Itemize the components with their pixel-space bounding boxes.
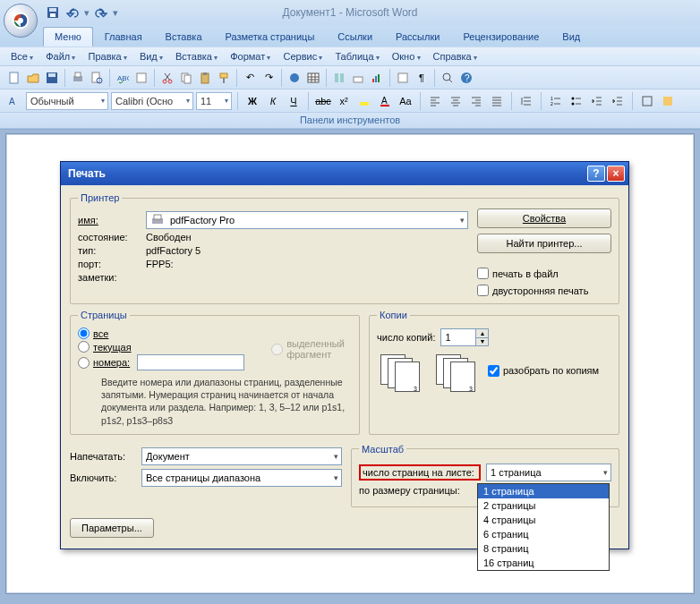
include-combo[interactable]: Все страницы диапазона bbox=[141, 469, 342, 487]
dialog-close-button[interactable]: × bbox=[607, 166, 625, 182]
superscript-icon[interactable]: x² bbox=[335, 92, 353, 110]
numbering-icon[interactable]: 12 bbox=[547, 92, 565, 110]
italic-icon[interactable]: К bbox=[264, 92, 282, 110]
save-icon[interactable] bbox=[43, 69, 61, 87]
preview-icon[interactable] bbox=[88, 69, 106, 87]
qat-more-icon[interactable]: ▾ bbox=[113, 7, 118, 19]
pps-option[interactable]: 8 страниц bbox=[478, 541, 609, 556]
pages-per-sheet-dropdown[interactable]: 1 страница 2 страницы 4 страницы 6 стран… bbox=[477, 483, 610, 571]
underline-icon[interactable]: Ч bbox=[285, 92, 303, 110]
menu-tools[interactable]: Сервис bbox=[277, 49, 328, 64]
menu-all[interactable]: Все bbox=[5, 49, 38, 64]
menu-format[interactable]: Формат bbox=[225, 49, 276, 64]
tab-references[interactable]: Ссылки bbox=[326, 27, 384, 47]
style-combo[interactable]: Обычный bbox=[26, 92, 108, 110]
pages-current-radio[interactable]: текущая bbox=[78, 341, 244, 353]
bold-icon[interactable]: Ж bbox=[243, 92, 261, 110]
zoom-icon[interactable] bbox=[439, 69, 457, 87]
printer-port-value: FPP5: bbox=[146, 259, 174, 269]
print-to-file-checkbox[interactable]: печать в файл bbox=[477, 268, 611, 279]
print-what-combo[interactable]: Документ bbox=[141, 447, 342, 465]
indent-icon[interactable] bbox=[609, 92, 627, 110]
print-icon[interactable] bbox=[69, 69, 87, 87]
pps-option[interactable]: 16 страниц bbox=[478, 556, 609, 570]
research-icon[interactable] bbox=[132, 69, 150, 87]
tab-review[interactable]: Рецензирование bbox=[451, 27, 551, 47]
tab-home[interactable]: Главная bbox=[93, 27, 154, 47]
help-icon[interactable]: ? bbox=[457, 69, 475, 87]
outdent-icon[interactable] bbox=[588, 92, 606, 110]
align-justify-icon[interactable] bbox=[488, 92, 506, 110]
strike-icon[interactable]: abc bbox=[314, 92, 332, 110]
shading-icon[interactable] bbox=[659, 92, 677, 110]
chart-icon[interactable] bbox=[368, 69, 386, 87]
standard-toolbar: ABC ↶ ↷ ¶ ? bbox=[0, 66, 700, 89]
pps-option[interactable]: 6 страниц bbox=[478, 527, 609, 541]
spinner-up-icon[interactable]: ▲ bbox=[475, 329, 488, 338]
font-combo[interactable]: Calibri (Осно bbox=[111, 92, 193, 110]
office-button[interactable] bbox=[4, 4, 38, 38]
highlight-icon[interactable] bbox=[355, 92, 373, 110]
classic-menubar: Все Файл Правка Вид Вставка Формат Серви… bbox=[0, 47, 700, 66]
show-marks-icon[interactable]: ¶ bbox=[413, 69, 431, 87]
doc-map-icon[interactable] bbox=[394, 69, 412, 87]
redo-icon[interactable] bbox=[93, 4, 109, 21]
line-spacing-icon[interactable] bbox=[517, 92, 535, 110]
menu-window[interactable]: Окно bbox=[387, 49, 426, 64]
align-right-icon[interactable] bbox=[467, 92, 485, 110]
collate-checkbox[interactable]: разобрать по копиям bbox=[488, 365, 599, 377]
copies-count-input[interactable]: 1 ▲▼ bbox=[440, 328, 489, 346]
parameters-button[interactable]: Параметры... bbox=[70, 518, 154, 538]
find-printer-button[interactable]: Найти принтер... bbox=[477, 234, 611, 253]
bullets-icon[interactable] bbox=[568, 92, 585, 110]
table-icon[interactable] bbox=[304, 69, 322, 87]
pps-option[interactable]: 1 страница bbox=[478, 484, 609, 498]
tab-layout[interactable]: Разметка страницы bbox=[214, 27, 327, 47]
dialog-titlebar[interactable]: Печать ? × bbox=[61, 162, 628, 185]
pps-option[interactable]: 4 страницы bbox=[478, 513, 609, 527]
menu-file[interactable]: Файл bbox=[40, 49, 81, 64]
font-color-icon[interactable]: A bbox=[376, 92, 394, 110]
spinner-down-icon[interactable]: ▼ bbox=[475, 338, 488, 346]
menu-view[interactable]: Вид bbox=[134, 49, 168, 64]
spellcheck-icon[interactable]: ABC bbox=[114, 69, 132, 87]
pages-all-radio[interactable]: все bbox=[78, 328, 244, 339]
columns-icon[interactable] bbox=[330, 69, 348, 87]
hyperlink-icon[interactable] bbox=[286, 69, 303, 87]
menu-insert[interactable]: Вставка bbox=[170, 49, 223, 64]
tab-insert[interactable]: Вставка bbox=[154, 27, 214, 47]
align-left-icon[interactable] bbox=[426, 92, 444, 110]
tab-menu[interactable]: Меню bbox=[43, 27, 93, 47]
pages-numbers-input[interactable] bbox=[137, 354, 244, 370]
save-icon[interactable] bbox=[45, 4, 61, 21]
char-scale-icon[interactable]: Aa bbox=[397, 92, 414, 110]
undo-icon[interactable]: ↶ bbox=[241, 69, 259, 87]
svg-rect-10 bbox=[92, 72, 99, 82]
undo-icon[interactable] bbox=[64, 4, 81, 21]
size-combo[interactable]: 11 bbox=[196, 92, 232, 110]
pages-per-sheet-combo[interactable]: 1 страница bbox=[486, 464, 611, 481]
paste-icon[interactable] bbox=[196, 69, 214, 87]
open-icon[interactable] bbox=[24, 69, 42, 87]
tab-mailings[interactable]: Рассылки bbox=[384, 27, 451, 47]
copy-icon[interactable] bbox=[177, 69, 195, 87]
tab-view[interactable]: Вид bbox=[551, 27, 592, 47]
menu-edit[interactable]: Правка bbox=[82, 49, 132, 64]
drawing-icon[interactable] bbox=[349, 69, 367, 87]
dialog-help-button[interactable]: ? bbox=[587, 166, 605, 182]
menu-table[interactable]: Таблица bbox=[329, 49, 384, 64]
scale-group: Масштаб число страниц на листе: 1 страни… bbox=[351, 444, 619, 507]
new-doc-icon[interactable] bbox=[5, 69, 23, 87]
printer-properties-button[interactable]: Свойства bbox=[477, 208, 611, 228]
align-center-icon[interactable] bbox=[447, 92, 465, 110]
cut-icon[interactable] bbox=[158, 69, 176, 87]
printer-name-combo[interactable]: pdfFactory Pro bbox=[146, 211, 468, 229]
format-painter-icon[interactable] bbox=[215, 69, 233, 87]
pps-option[interactable]: 2 страницы bbox=[478, 498, 609, 513]
menu-help[interactable]: Справка bbox=[428, 49, 482, 64]
styles-icon[interactable]: A bbox=[5, 92, 23, 110]
duplex-checkbox[interactable]: двусторонняя печать bbox=[477, 285, 611, 296]
pages-numbers-radio[interactable]: номера: bbox=[78, 354, 244, 370]
redo-icon[interactable]: ↷ bbox=[260, 69, 277, 87]
borders-icon[interactable] bbox=[638, 92, 656, 110]
